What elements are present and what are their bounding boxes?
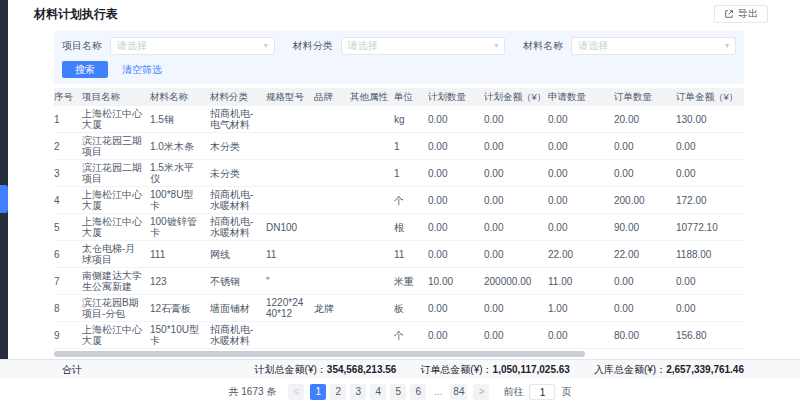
table-cell: 12石膏板	[150, 303, 210, 314]
select-placeholder: 请选择	[348, 39, 378, 53]
table-cell: 11	[394, 249, 428, 260]
table-cell: 龙牌	[314, 303, 350, 314]
table-row: 1上海松江中心大厦1.5钢招商机电-电气材料kg0.000.000.0020.0…	[54, 106, 744, 133]
table-cell: 0.00	[548, 114, 614, 125]
column-header: 计划数量	[428, 91, 484, 104]
table-cell: 100*8U型卡	[150, 189, 210, 211]
summary-item-value: 2,657,339,761.46	[666, 364, 744, 375]
table-cell: 0.00	[428, 195, 484, 206]
page-buttons: 123456...84	[310, 384, 467, 400]
column-header: 项目名称	[82, 91, 150, 104]
column-header: 材料分类	[210, 91, 266, 104]
column-header: 订单金额（¥）	[676, 91, 742, 104]
table-cell: 0.00	[614, 168, 676, 179]
table-cell: 1	[394, 141, 428, 152]
table-row: 6太仓电梯-月球项目111网线11110.000.0022.0022.00118…	[54, 241, 744, 268]
table-cell: 123	[150, 276, 210, 287]
table-cell: 太仓电梯-月球项目	[82, 243, 150, 265]
data-table: 序号项目名称材料名称材料分类规格型号品牌其他属性单位计划数量计划金额（¥）申请数…	[54, 88, 744, 349]
page-button-1[interactable]: 1	[310, 384, 326, 400]
summary-items: 计划总金额(¥)：354,568,213.56订单总金额(¥)：1,050,11…	[255, 363, 744, 377]
table-cell: 1	[394, 168, 428, 179]
page-button-5[interactable]: 5	[390, 384, 406, 400]
table-cell: 个	[394, 330, 428, 341]
table-cell: 0.00	[484, 114, 548, 125]
filter-select[interactable]: 请选择▾	[571, 37, 736, 55]
column-header: 其他属性	[350, 91, 394, 104]
goto-page-input[interactable]	[529, 384, 555, 400]
export-button-label: 导出	[738, 7, 758, 21]
summary-item-label: 订单总金额(¥)：	[420, 364, 492, 375]
select-placeholder: 请选择	[578, 39, 608, 53]
table-cell: 1220*2440*12	[266, 297, 314, 319]
table-cell: 22.00	[548, 249, 614, 260]
table-cell: 20.00	[614, 114, 676, 125]
table-cell: 5	[54, 222, 82, 233]
table-cell: 0.00	[548, 330, 614, 341]
page-button-6[interactable]: 6	[410, 384, 426, 400]
column-header: 规格型号	[266, 91, 314, 104]
summary-bar: 合计 计划总金额(¥)：354,568,213.56订单总金额(¥)：1,050…	[0, 359, 800, 379]
prev-page-button[interactable]: <	[288, 384, 304, 400]
table-cell: 2	[54, 141, 82, 152]
table-row: 8滨江花园B期项目-分包12石膏板墙面铺材1220*2440*12龙牌板0.00…	[54, 295, 744, 322]
filter-select[interactable]: 请选择▾	[341, 37, 506, 55]
table-cell: 个	[394, 195, 428, 206]
table-cell: 0.00	[484, 249, 548, 260]
filter-select[interactable]: 请选择▾	[110, 37, 275, 55]
table-cell: 200000.00	[484, 276, 548, 287]
left-sidebar-collapsed[interactable]	[0, 0, 8, 359]
table-cell: 不锈钢	[210, 276, 266, 287]
table-cell: 上海松江中心大厦	[82, 324, 150, 346]
table-cell: 未分类	[210, 168, 266, 179]
export-icon	[724, 9, 734, 19]
table-cell: 111	[150, 249, 210, 260]
horizontal-scrollbar[interactable]	[54, 349, 744, 359]
table-cell: 11	[266, 249, 314, 260]
table-cell: 0.00	[428, 222, 484, 233]
pagination: 共 1673 条 < 123456...84 > 前往 页	[0, 379, 800, 405]
page-title: 材料计划执行表	[34, 6, 118, 23]
filter-label: 项目名称	[62, 39, 102, 53]
table-cell: 0.00	[676, 276, 742, 287]
table-row: 2滨江花园三期项目1.0米木条木分类10.000.000.000.000.00	[54, 133, 744, 160]
search-button[interactable]: 搜索	[62, 61, 108, 78]
table-row: 3滨江花园二期项目1.5米水平仪未分类10.000.000.000.000.00	[54, 160, 744, 187]
summary-item-value: 1,050,117,025.63	[493, 364, 570, 375]
page-button-2[interactable]: 2	[330, 384, 346, 400]
column-header: 申请数量	[548, 91, 614, 104]
horizontal-scrollbar-thumb[interactable]	[54, 351, 585, 357]
chevron-down-icon: ▾	[725, 42, 729, 50]
table-cell: 156.80	[676, 330, 742, 341]
filter-field-2: 材料名称请选择▾	[523, 37, 736, 55]
table-cell: 4	[54, 195, 82, 206]
clear-filter-button[interactable]: 清空筛选	[122, 63, 162, 77]
table-cell: 1.00	[548, 303, 614, 314]
table-cell: kg	[394, 114, 428, 125]
summary-item-label: 入库总金额(¥)：	[594, 364, 666, 375]
table-cell: 90.00	[614, 222, 676, 233]
table-cell: 滨江花园二期项目	[82, 162, 150, 184]
sidebar-expand-handle[interactable]	[0, 185, 8, 213]
filter-field-0: 项目名称请选择▾	[62, 37, 275, 55]
page-button-3[interactable]: 3	[350, 384, 366, 400]
table-cell: 滨江花园三期项目	[82, 135, 150, 157]
table-row: 5上海松江中心大厦100镀锌管卡招商机电-水暖材料DN100根0.000.000…	[54, 214, 744, 241]
table-cell: 上海松江中心大厦	[82, 108, 150, 130]
table-cell: 0.00	[614, 303, 676, 314]
table-cell: 150*10U型卡	[150, 324, 210, 346]
table-row: 4上海松江中心大厦100*8U型卡招商机电-水暖材料个0.000.000.002…	[54, 187, 744, 214]
page-button-4[interactable]: 4	[370, 384, 386, 400]
export-button[interactable]: 导出	[714, 5, 768, 23]
table-body: 1上海松江中心大厦1.5钢招商机电-电气材料kg0.000.000.0020.0…	[54, 106, 744, 349]
table-cell: 0.00	[614, 141, 676, 152]
column-header: 材料名称	[150, 91, 210, 104]
total-label: 合计	[62, 363, 82, 377]
page-button-84[interactable]: 84	[450, 384, 467, 400]
table-cell: 0.00	[428, 330, 484, 341]
goto-page-suffix: 页	[561, 385, 571, 399]
table-cell: 0.00	[548, 141, 614, 152]
table-cell: 0.00	[484, 303, 548, 314]
next-page-button[interactable]: >	[473, 384, 489, 400]
column-header: 单位	[394, 91, 428, 104]
